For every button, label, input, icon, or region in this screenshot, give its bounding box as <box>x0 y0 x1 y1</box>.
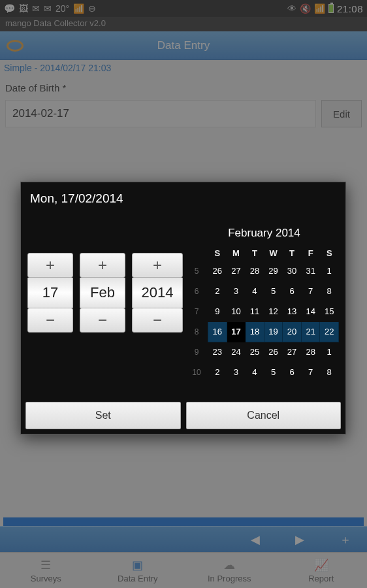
calendar-week: 102345678 <box>189 362 339 382</box>
calendar-dow: W <box>264 246 283 261</box>
day-increment-button[interactable]: + <box>27 253 73 278</box>
calendar-day[interactable]: 3 <box>227 281 246 301</box>
calendar-dow: F <box>301 246 320 261</box>
calendar-day[interactable]: 5 <box>264 362 283 382</box>
calendar-day[interactable]: 26 <box>264 342 283 362</box>
year-decrement-button[interactable]: − <box>132 308 183 333</box>
calendar-day[interactable]: 10 <box>227 301 246 321</box>
calendar-dow: M <box>227 246 246 261</box>
calendar-day[interactable]: 2 <box>208 281 227 301</box>
set-button[interactable]: Set <box>25 402 181 429</box>
calendar-day[interactable]: 8 <box>320 362 339 382</box>
dialog-title: Mon, 17/02/2014 <box>21 182 345 223</box>
calendar-day[interactable]: 6 <box>283 281 302 301</box>
calendar-day[interactable]: 8 <box>320 281 339 301</box>
calendar-day[interactable]: 7 <box>301 362 320 382</box>
calendar-day[interactable]: 20 <box>283 321 302 342</box>
calendar-day[interactable]: 13 <box>283 301 302 321</box>
week-number: 7 <box>189 301 208 321</box>
calendar-title: February 2014 <box>189 223 339 246</box>
date-picker-dialog: Mon, 17/02/2014 + 17 − + Feb − + 2014 − … <box>20 182 346 434</box>
calendar-dow: T <box>246 246 264 261</box>
calendar-day[interactable]: 25 <box>246 342 264 362</box>
calendar-dow: S <box>208 246 227 261</box>
month-value[interactable]: Feb <box>80 278 125 308</box>
calendar-day[interactable]: 2 <box>208 362 227 382</box>
calendar-grid: SMTWTFS 52627282930311623456787910111213… <box>189 246 339 383</box>
calendar-day[interactable]: 9 <box>208 301 227 321</box>
calendar-week: 816171819202122 <box>189 321 339 342</box>
calendar-day[interactable]: 30 <box>283 261 302 281</box>
year-value[interactable]: 2014 <box>132 278 183 308</box>
calendar-dow: S <box>320 246 339 261</box>
calendar-dow: T <box>283 246 302 261</box>
calendar-day[interactable]: 4 <box>246 362 264 382</box>
calendar-day[interactable]: 29 <box>264 261 283 281</box>
calendar-day[interactable]: 27 <box>227 261 246 281</box>
calendar-day[interactable]: 16 <box>208 321 227 342</box>
calendar-day[interactable]: 11 <box>246 301 264 321</box>
month-increment-button[interactable]: + <box>80 253 125 278</box>
calendar-day[interactable]: 22 <box>320 321 339 342</box>
calendar-day[interactable]: 15 <box>320 301 339 321</box>
calendar-day[interactable]: 1 <box>320 342 339 362</box>
calendar-day[interactable]: 24 <box>227 342 246 362</box>
calendar-day[interactable]: 31 <box>301 261 320 281</box>
calendar-day[interactable]: 17 <box>227 321 246 342</box>
calendar-week: 62345678 <box>189 281 339 301</box>
calendar-day[interactable]: 28 <box>246 261 264 281</box>
calendar-day[interactable]: 12 <box>264 301 283 321</box>
calendar-day[interactable]: 27 <box>283 342 302 362</box>
calendar-day[interactable]: 19 <box>264 321 283 342</box>
year-spinner: + 2014 − <box>132 253 183 383</box>
calendar-day[interactable]: 18 <box>246 321 264 342</box>
calendar-day[interactable]: 7 <box>301 281 320 301</box>
month-spinner: + Feb − <box>80 253 125 383</box>
spinner-group: + 17 − + Feb − + 2014 − <box>27 223 183 383</box>
week-number: 5 <box>189 261 208 281</box>
week-number: 6 <box>189 281 208 301</box>
calendar-day[interactable]: 4 <box>246 281 264 301</box>
calendar-day[interactable]: 21 <box>301 321 320 342</box>
month-decrement-button[interactable]: − <box>80 308 125 333</box>
week-number: 8 <box>189 321 208 342</box>
calendar-day[interactable]: 5 <box>264 281 283 301</box>
calendar: February 2014 SMTWTFS 526272829303116234… <box>189 223 339 383</box>
day-decrement-button[interactable]: − <box>27 308 73 333</box>
calendar-day[interactable]: 6 <box>283 362 302 382</box>
calendar-day[interactable]: 3 <box>227 362 246 382</box>
calendar-day[interactable]: 14 <box>301 301 320 321</box>
calendar-day[interactable]: 28 <box>301 342 320 362</box>
calendar-day[interactable]: 26 <box>208 261 227 281</box>
calendar-week: 92324252627281 <box>189 342 339 362</box>
calendar-day[interactable]: 23 <box>208 342 227 362</box>
calendar-dow-row: SMTWTFS <box>189 246 339 261</box>
calendar-week: 79101112131415 <box>189 301 339 321</box>
day-value[interactable]: 17 <box>27 278 73 308</box>
cancel-button[interactable]: Cancel <box>186 402 342 429</box>
day-spinner: + 17 − <box>27 253 73 383</box>
year-increment-button[interactable]: + <box>132 253 183 278</box>
calendar-day[interactable]: 1 <box>320 261 339 281</box>
week-number: 10 <box>189 362 208 382</box>
calendar-week: 52627282930311 <box>189 261 339 281</box>
week-number: 9 <box>189 342 208 362</box>
